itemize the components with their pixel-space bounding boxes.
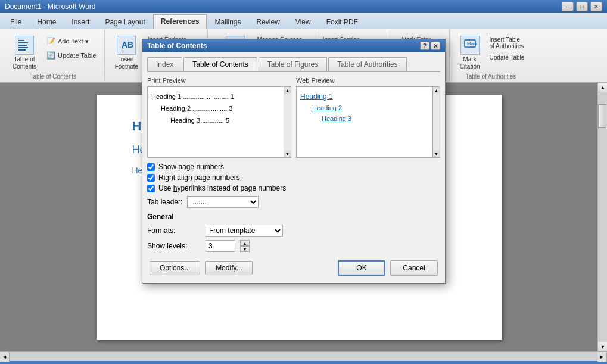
web-preview-label: Web Preview <box>296 77 440 84</box>
print-line-3: Heading 3............. 5 <box>151 114 280 126</box>
tab-references[interactable]: References <box>153 14 207 29</box>
update-authorities-button[interactable]: Update Table <box>487 52 528 63</box>
toc-group-label: Table of Contents <box>30 73 76 80</box>
use-hyperlinks-row: Use hyperlinks instead of page numbers <box>147 184 440 192</box>
print-scroll-down[interactable]: ▼ <box>284 150 291 157</box>
toc-btn-label: Table ofContents <box>13 56 36 70</box>
ribbon-group-toc: Table ofContents 📝 Add Text ▾ 🔄 Update T… <box>2 30 105 81</box>
ok-button[interactable]: OK <box>338 260 385 276</box>
right-align-checkbox[interactable] <box>147 174 155 182</box>
show-page-numbers-row: Show page numbers <box>147 163 440 171</box>
mark-citation-button[interactable]: Mark MarkCitation <box>455 32 485 74</box>
scroll-thumb[interactable] <box>598 104 606 128</box>
authorities-group-label: Table of Authorities <box>466 73 516 80</box>
status-bar: Page: 1 of 1 Words: 6 German (Germany) 1… <box>0 361 607 364</box>
web-link-h3[interactable]: Heading 3 <box>300 113 429 124</box>
svg-text:Mark: Mark <box>467 41 477 46</box>
web-scroll-up[interactable]: ▲ <box>433 87 440 94</box>
web-link-h1[interactable]: Heading 1 <box>300 91 429 102</box>
preview-row: Print Preview Heading 1 ................… <box>147 77 440 158</box>
spinner-down[interactable]: ▼ <box>240 246 250 252</box>
formats-row: Formats: From template Classic Distincti… <box>147 225 440 237</box>
print-preview-box: Heading 1 ......................... 1 He… <box>147 86 284 158</box>
options-button[interactable]: Options... <box>150 261 200 275</box>
insert-footnote-label: InsertFootnote <box>115 56 138 70</box>
dialog-tab-figures[interactable]: Table of Figures <box>259 57 327 71</box>
scroll-down-button[interactable]: ▼ <box>598 342 607 351</box>
table-of-contents-dialog: Table of Contents ? ✕ Index Table of Con… <box>142 39 446 284</box>
authorities-buttons: Mark MarkCitation Insert Tableof Authori… <box>455 31 528 80</box>
print-scroll-track <box>284 94 291 150</box>
tab-review[interactable]: Review <box>249 15 288 29</box>
ribbon-tabs: File Home Insert Page Layout References … <box>0 13 607 29</box>
tab-leader-select[interactable]: ....... ------ ______ (none) <box>187 196 259 208</box>
tab-file[interactable]: File <box>2 15 29 29</box>
dialog-footer: Options... Modify... OK Cancel <box>147 256 440 278</box>
show-page-numbers-checkbox[interactable] <box>147 163 155 171</box>
window-title: Document1 - Microsoft Word <box>5 2 96 11</box>
formats-select[interactable]: From template Classic Distinctive Fancy … <box>206 225 283 237</box>
add-text-button[interactable]: 📝 Add Text ▾ <box>43 35 99 48</box>
print-preview-scrollbar[interactable]: ▲ ▼ <box>284 86 291 158</box>
dialog-title: Table of Contents <box>147 42 207 50</box>
dialog-help-button[interactable]: ? <box>420 42 429 50</box>
tab-home[interactable]: Home <box>29 15 64 29</box>
insert-footnote-button[interactable]: AB1 InsertFootnote <box>110 32 144 74</box>
svg-rect-2 <box>18 45 27 46</box>
print-preview-content: Heading 1 ......................... 1 He… <box>151 91 280 126</box>
dialog-tab-authorities[interactable]: Table of Authorities <box>328 57 406 71</box>
dialog-tab-toc[interactable]: Table of Contents <box>183 57 257 71</box>
minimize-button[interactable]: ─ <box>562 2 574 11</box>
print-scroll-up[interactable]: ▲ <box>284 87 291 94</box>
dialog-footer-left: Options... Modify... <box>150 261 253 275</box>
dialog-close-button[interactable]: ✕ <box>431 42 440 50</box>
tab-leader-row: Tab leader: ....... ------ ______ (none) <box>147 196 440 208</box>
cancel-button[interactable]: Cancel <box>390 260 438 276</box>
tab-leader-label: Tab leader: <box>147 198 182 206</box>
spinner-up[interactable]: ▲ <box>240 240 250 246</box>
add-text-icon: 📝 <box>46 36 55 46</box>
svg-rect-4 <box>18 49 26 51</box>
tab-foxit[interactable]: Foxit PDF <box>319 15 366 29</box>
use-hyperlinks-label: Use hyperlinks instead of page numbers <box>158 184 286 192</box>
dialog-body: Index Table of Contents Table of Figures… <box>142 52 445 283</box>
levels-spinner[interactable]: ▲ ▼ <box>240 240 250 252</box>
tab-view[interactable]: View <box>288 15 319 29</box>
dialog-tabs: Index Table of Contents Table of Figures… <box>147 57 440 72</box>
modify-button[interactable]: Modify... <box>205 261 253 275</box>
show-levels-input[interactable] <box>206 240 235 252</box>
right-align-row: Right align page numbers <box>147 173 440 182</box>
scroll-left-button[interactable]: ◄ <box>0 352 10 362</box>
ribbon-group-authorities: Mark MarkCitation Insert Tableof Authori… <box>450 30 533 81</box>
title-bar: Document1 - Microsoft Word ─ □ ✕ <box>0 0 607 13</box>
web-link-h2[interactable]: Heading 2 <box>300 102 429 113</box>
update-table-button[interactable]: 🔄 Update Table <box>43 49 99 62</box>
insert-authorities-button[interactable]: Insert Tableof Authorities <box>487 35 528 51</box>
web-preview-container: Heading 1 Heading 2 Heading 3 ▲ ▼ <box>296 86 440 158</box>
tab-mailings[interactable]: Mailings <box>207 15 248 29</box>
tab-page-layout[interactable]: Page Layout <box>97 15 152 29</box>
scroll-right-button[interactable]: ► <box>597 352 607 362</box>
print-preview-section: Print Preview Heading 1 ................… <box>147 77 291 158</box>
table-of-contents-button[interactable]: Table ofContents <box>7 32 42 74</box>
scroll-up-button[interactable]: ▲ <box>598 83 607 92</box>
use-hyperlinks-checkbox[interactable] <box>147 185 155 192</box>
horizontal-scrollbar[interactable]: ◄ ► <box>0 351 607 361</box>
dialog-tab-index[interactable]: Index <box>147 57 182 71</box>
web-preview-scrollbar[interactable]: ▲ ▼ <box>433 86 440 158</box>
scroll-track <box>598 92 607 342</box>
close-button[interactable]: ✕ <box>590 2 602 11</box>
mark-citation-icon: Mark <box>460 36 480 55</box>
svg-text:1: 1 <box>122 47 124 52</box>
options-row: Show page numbers Right align page numbe… <box>147 163 440 192</box>
web-preview-box: Heading 1 Heading 2 Heading 3 <box>296 86 433 158</box>
svg-rect-1 <box>18 42 28 43</box>
web-scroll-down[interactable]: ▼ <box>433 150 440 157</box>
footnote-icon: AB1 <box>117 36 136 55</box>
vertical-scrollbar[interactable]: ▲ ▼ <box>597 83 607 351</box>
update-table-icon: 🔄 <box>46 51 55 60</box>
tab-insert[interactable]: Insert <box>64 15 97 29</box>
show-page-numbers-label: Show page numbers <box>158 163 224 171</box>
maximize-button[interactable]: □ <box>576 2 588 11</box>
web-scroll-track <box>433 94 440 150</box>
